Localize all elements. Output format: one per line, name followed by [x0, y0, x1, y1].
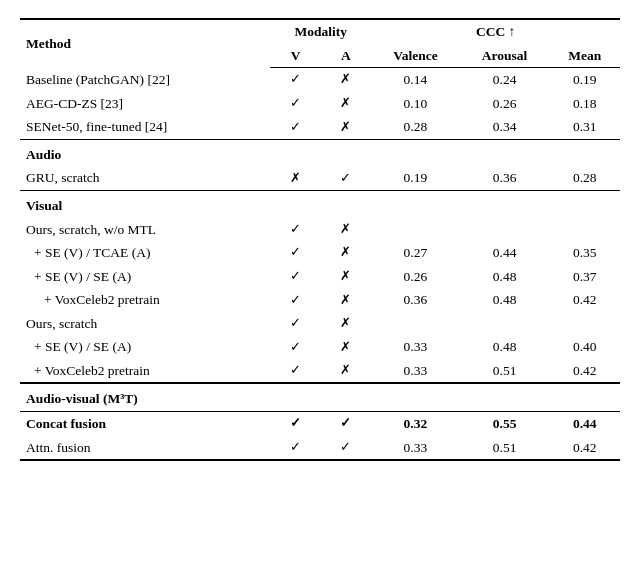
mean-cell: 0.44 — [550, 412, 620, 436]
mean-cell — [550, 312, 620, 336]
modality-a-cell: ✗ — [321, 241, 371, 265]
modality-v-cell: ✓ — [270, 412, 320, 436]
modality-a-cell: ✗ — [321, 265, 371, 289]
a-header: A — [321, 44, 371, 68]
table-row: + SE (V) / SE (A)✓✗0.260.480.37 — [20, 265, 620, 289]
ccc-header: CCC ↑ — [371, 19, 620, 44]
modality-v-cell: ✓ — [270, 288, 320, 312]
method-cell: AEG-CD-ZS [23] — [20, 92, 270, 116]
arousal-cell: 0.24 — [460, 68, 550, 92]
table-row: Baseline (PatchGAN) [22]✓✗0.140.240.19 — [20, 68, 620, 92]
valence-cell: 0.28 — [371, 115, 459, 139]
valence-cell: 0.33 — [371, 335, 459, 359]
method-cell: Ours, scratch — [20, 312, 270, 336]
modality-v-cell: ✓ — [270, 312, 320, 336]
arousal-cell: 0.34 — [460, 115, 550, 139]
valence-cell — [371, 312, 459, 336]
modality-a-cell: ✓ — [321, 436, 371, 461]
valence-cell: 0.26 — [371, 265, 459, 289]
modality-a-cell: ✗ — [321, 359, 371, 384]
modality-a-cell: ✗ — [321, 92, 371, 116]
method-cell: Ours, scratch, w/o MTL — [20, 218, 270, 242]
arousal-cell: 0.44 — [460, 241, 550, 265]
method-cell: + VoxCeleb2 pretrain — [20, 288, 270, 312]
mean-cell — [550, 218, 620, 242]
method-cell: SENet-50, fine-tuned [24] — [20, 115, 270, 139]
mean-header: Mean — [550, 44, 620, 68]
modality-a-cell: ✗ — [321, 68, 371, 92]
arousal-header: Arousal — [460, 44, 550, 68]
mean-cell: 0.40 — [550, 335, 620, 359]
mean-cell: 0.31 — [550, 115, 620, 139]
arousal-cell: 0.48 — [460, 335, 550, 359]
table-row: AEG-CD-ZS [23]✓✗0.100.260.18 — [20, 92, 620, 116]
valence-cell: 0.19 — [371, 166, 459, 190]
method-cell: + SE (V) / SE (A) — [20, 265, 270, 289]
table-row: GRU, scratch✗✓0.190.360.28 — [20, 166, 620, 190]
section-header-audiovisual: Audio-visual (M³T) — [20, 383, 620, 411]
table-row: SENet-50, fine-tuned [24]✓✗0.280.340.31 — [20, 115, 620, 139]
method-cell: Concat fusion — [20, 412, 270, 436]
modality-v-cell: ✓ — [270, 436, 320, 461]
valence-cell: 0.36 — [371, 288, 459, 312]
modality-a-cell: ✗ — [321, 288, 371, 312]
method-cell: GRU, scratch — [20, 166, 270, 190]
arousal-cell: 0.55 — [460, 412, 550, 436]
arousal-cell — [460, 218, 550, 242]
results-table: Method Modality CCC ↑ V A Valence Arousa… — [20, 18, 620, 461]
arousal-cell: 0.48 — [460, 265, 550, 289]
modality-v-cell: ✓ — [270, 359, 320, 384]
arousal-cell: 0.26 — [460, 92, 550, 116]
mean-cell: 0.42 — [550, 359, 620, 384]
modality-a-cell: ✗ — [321, 115, 371, 139]
modality-v-cell: ✓ — [270, 92, 320, 116]
modality-a-cell: ✗ — [321, 312, 371, 336]
section-header-visual: Visual — [20, 190, 620, 217]
valence-cell: 0.27 — [371, 241, 459, 265]
method-header: Method — [20, 19, 270, 68]
table-row: + VoxCeleb2 pretrain✓✗0.330.510.42 — [20, 359, 620, 384]
table-row: Ours, scratch, w/o MTL✓✗ — [20, 218, 620, 242]
col-header-row-1: Method Modality CCC ↑ — [20, 19, 620, 44]
mean-cell: 0.19 — [550, 68, 620, 92]
arousal-cell: 0.51 — [460, 359, 550, 384]
modality-a-cell: ✗ — [321, 335, 371, 359]
mean-cell: 0.42 — [550, 288, 620, 312]
table-row: Attn. fusion✓✓0.330.510.42 — [20, 436, 620, 461]
mean-cell: 0.28 — [550, 166, 620, 190]
valence-cell: 0.32 — [371, 412, 459, 436]
arousal-cell: 0.48 — [460, 288, 550, 312]
modality-header: Modality — [270, 19, 371, 44]
modality-v-cell: ✓ — [270, 218, 320, 242]
modality-v-cell: ✓ — [270, 241, 320, 265]
mean-cell: 0.35 — [550, 241, 620, 265]
modality-v-cell: ✗ — [270, 166, 320, 190]
table-row: + SE (V) / SE (A)✓✗0.330.480.40 — [20, 335, 620, 359]
mean-cell: 0.42 — [550, 436, 620, 461]
valence-cell: 0.10 — [371, 92, 459, 116]
table-row: Ours, scratch✓✗ — [20, 312, 620, 336]
table-row: Concat fusion✓✓0.320.550.44 — [20, 412, 620, 436]
modality-a-cell: ✓ — [321, 166, 371, 190]
modality-v-cell: ✓ — [270, 115, 320, 139]
modality-v-cell: ✓ — [270, 68, 320, 92]
arousal-cell: 0.51 — [460, 436, 550, 461]
valence-cell — [371, 218, 459, 242]
valence-header: Valence — [371, 44, 459, 68]
modality-a-cell: ✓ — [321, 412, 371, 436]
method-cell: + SE (V) / SE (A) — [20, 335, 270, 359]
method-cell: Attn. fusion — [20, 436, 270, 461]
method-cell: + SE (V) / TCAE (A) — [20, 241, 270, 265]
modality-v-cell: ✓ — [270, 265, 320, 289]
table-row: + SE (V) / TCAE (A)✓✗0.270.440.35 — [20, 241, 620, 265]
arousal-cell: 0.36 — [460, 166, 550, 190]
mean-cell: 0.18 — [550, 92, 620, 116]
method-cell: Baseline (PatchGAN) [22] — [20, 68, 270, 92]
method-cell: + VoxCeleb2 pretrain — [20, 359, 270, 384]
valence-cell: 0.14 — [371, 68, 459, 92]
modality-v-cell: ✓ — [270, 335, 320, 359]
v-header: V — [270, 44, 320, 68]
arousal-cell — [460, 312, 550, 336]
modality-a-cell: ✗ — [321, 218, 371, 242]
mean-cell: 0.37 — [550, 265, 620, 289]
